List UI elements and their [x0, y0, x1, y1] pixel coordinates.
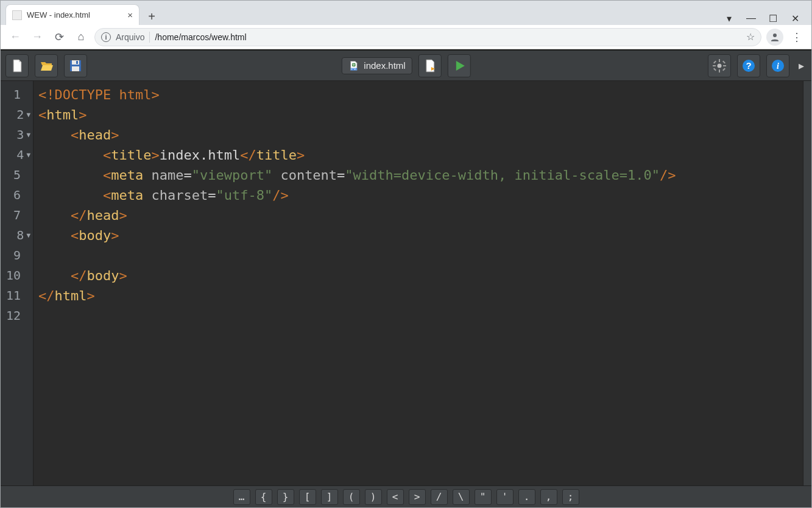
symbol-key[interactable]: { [255, 489, 272, 505]
symbol-key[interactable]: ' [496, 489, 514, 505]
svg-point-10 [718, 63, 722, 68]
line-number[interactable]: 6 [1, 185, 30, 205]
line-number[interactable]: 9 [1, 245, 30, 266]
info-icon: i [771, 58, 785, 73]
svg-rect-14 [723, 65, 726, 66]
symbol-key[interactable]: / [431, 489, 448, 505]
window-dropdown-button[interactable]: ▾ [722, 12, 736, 25]
nav-back-button[interactable]: ← [7, 29, 24, 46]
symbol-key[interactable]: … [233, 489, 250, 505]
symbol-key[interactable]: > [409, 489, 426, 505]
svg-rect-13 [713, 65, 716, 66]
open-file-button[interactable] [35, 54, 58, 77]
svg-rect-16 [722, 68, 726, 71]
toolbar-overflow-button[interactable]: ▸ [796, 59, 807, 72]
symbol-key[interactable]: [ [299, 489, 316, 505]
site-info-icon[interactable]: i [101, 32, 111, 42]
svg-text:?: ? [746, 60, 751, 71]
svg-marker-9 [456, 61, 465, 71]
svg-rect-4 [76, 61, 78, 64]
symbol-key[interactable]: } [277, 489, 294, 505]
code-line[interactable]: <meta name="viewport" content="width=dev… [38, 165, 798, 185]
line-number[interactable]: 10 [1, 266, 30, 286]
fold-toggle-icon[interactable]: ▼ [26, 225, 30, 245]
code-line[interactable]: <title>index.html</title> [38, 145, 798, 165]
window-minimize-button[interactable]: — [744, 12, 758, 25]
svg-text:HTML: HTML [350, 68, 356, 70]
code-line[interactable] [38, 245, 798, 266]
window-maximize-button[interactable]: ☐ [766, 12, 780, 25]
code-line[interactable]: </body> [38, 266, 798, 286]
new-file-button[interactable] [5, 54, 29, 77]
save-file-button[interactable] [64, 54, 87, 77]
run-button[interactable] [448, 54, 471, 77]
tab-close-button[interactable]: × [127, 10, 133, 20]
nav-home-button[interactable]: ⌂ [72, 29, 90, 46]
symbol-key[interactable]: ) [365, 489, 382, 505]
info-button[interactable]: i [766, 54, 789, 77]
nav-forward-button[interactable]: → [29, 29, 46, 46]
settings-button[interactable] [708, 54, 731, 77]
svg-rect-2 [72, 60, 79, 65]
svg-rect-18 [722, 60, 726, 63]
address-bar[interactable]: i Arquivo /home/marcos/wew.html ☆ [94, 28, 761, 46]
code-line[interactable] [38, 306, 798, 326]
profile-avatar-button[interactable] [766, 29, 783, 46]
line-number-gutter[interactable]: 12▼3▼4▼5678▼9101112 [1, 81, 34, 485]
vertical-scrollbar[interactable] [803, 81, 811, 485]
omnibox-separator [149, 32, 150, 43]
line-number[interactable]: 11 [1, 286, 30, 306]
browser-tab[interactable]: WEW - index.html × [5, 4, 139, 25]
line-number[interactable]: 4▼ [1, 145, 30, 165]
nav-reload-button[interactable]: ⟳ [51, 29, 68, 46]
symbol-key[interactable]: . [518, 489, 535, 505]
fold-toggle-icon[interactable]: ▼ [26, 145, 30, 165]
window-controls: ▾ — ☐ ✕ [722, 12, 807, 25]
line-number[interactable]: 5 [1, 165, 30, 185]
code-line[interactable]: <head> [38, 125, 798, 145]
symbol-key[interactable]: ; [562, 489, 579, 505]
line-number[interactable]: 8▼ [1, 225, 30, 245]
svg-text:i: i [777, 62, 779, 71]
symbol-key[interactable]: " [475, 489, 492, 505]
help-icon: ? [741, 58, 756, 73]
symbol-key[interactable]: < [387, 489, 404, 505]
url-path: /home/marcos/wew.html [155, 32, 246, 42]
editor-file-tab[interactable]: HTML index.html [341, 57, 412, 74]
line-number[interactable]: 2▼ [1, 105, 30, 125]
svg-point-0 [773, 34, 777, 37]
window-close-button[interactable]: ✕ [788, 12, 802, 25]
bookmark-star-icon[interactable]: ☆ [746, 31, 755, 43]
browser-toolbar: ← → ⟳ ⌂ i Arquivo /home/marcos/wew.html … [1, 25, 811, 49]
svg-rect-11 [719, 59, 720, 62]
symbol-key[interactable]: ( [343, 489, 360, 505]
code-line[interactable]: <body> [38, 225, 798, 245]
editor-file-tab-label: index.html [364, 60, 405, 71]
favicon-icon [12, 10, 22, 20]
url-scheme-label: Arquivo [116, 32, 144, 42]
line-number[interactable]: 7 [1, 205, 30, 225]
symbol-key[interactable]: \ [453, 489, 470, 505]
line-number[interactable]: 3▼ [1, 125, 30, 145]
editor-toolbar: HTML index.html ? i ▸ [1, 51, 811, 81]
symbol-bar: …{}[]()<>/\"'.,; [1, 485, 811, 507]
symbol-key[interactable]: ] [321, 489, 338, 505]
browser-menu-button[interactable]: ⋮ [788, 29, 805, 46]
file-action-button[interactable] [418, 54, 442, 77]
help-button[interactable]: ? [737, 54, 760, 77]
symbol-key[interactable]: , [540, 489, 557, 505]
fold-toggle-icon[interactable]: ▼ [26, 105, 30, 125]
code-line[interactable]: </html> [38, 286, 798, 306]
code-line[interactable]: </head> [38, 205, 798, 225]
line-number[interactable]: 1 [1, 85, 30, 105]
line-number[interactable]: 12 [1, 306, 30, 326]
code-line[interactable]: <html> [38, 105, 798, 125]
code-line[interactable]: <!DOCTYPE html> [38, 85, 798, 105]
editor-area: 12▼3▼4▼5678▼9101112 <!DOCTYPE html><html… [1, 81, 811, 485]
code-editor[interactable]: <!DOCTYPE html><html> <head> <title>inde… [34, 81, 803, 485]
svg-rect-17 [713, 68, 716, 71]
tab-title: WEW - index.html [27, 10, 90, 19]
fold-toggle-icon[interactable]: ▼ [26, 125, 30, 145]
code-line[interactable]: <meta charset="utf-8"/> [38, 185, 798, 205]
new-tab-button[interactable]: + [143, 8, 160, 25]
